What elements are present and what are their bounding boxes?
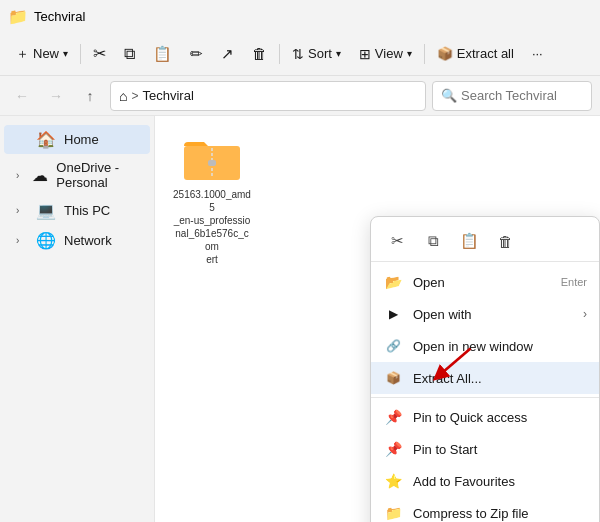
onedrive-icon: ☁ [32,166,48,185]
cm-open-with-label: Open with [413,307,573,322]
folder-label: 25163.1000_amd5_en-us_professional_6b1e5… [173,188,251,266]
cm-open-shortcut: Enter [561,276,587,288]
cm-pin-start-label: Pin to Start [413,442,587,457]
separator-1 [371,397,599,398]
open-with-icon: ▶ [383,304,403,324]
cm-extract-all[interactable]: 📦 Extract All... [371,362,599,394]
cm-open-with-arrow: › [583,307,587,321]
sidebar-item-network[interactable]: › 🌐 Network [4,226,150,255]
cm-open-label: Open [413,275,551,290]
extract-icon: 📦 [437,46,453,61]
search-input[interactable] [461,88,583,103]
main-content: 🏠 Home › ☁ OneDrive - Personal › 💻 This … [0,116,600,522]
path-home-icon: ⌂ [119,88,127,104]
expand-icon-3: › [16,205,28,216]
folder-svg [182,134,242,184]
extract-button[interactable]: 📦 Extract all [429,37,522,71]
context-menu: ✂ ⧉ 📋 🗑 📂 Open Enter ▶ Open with › 🔗 Ope… [370,216,600,522]
view-button[interactable]: ⊞ View ▾ [351,37,420,71]
view-icon: ⊞ [359,46,371,62]
svg-rect-2 [208,160,216,166]
forward-button[interactable]: → [42,82,70,110]
search-box[interactable]: 🔍 [432,81,592,111]
home-icon: 🏠 [36,130,56,149]
cm-paste-button[interactable]: 📋 [455,227,483,255]
share-icon: ↗ [221,45,234,63]
pin-start-icon: 📌 [383,439,403,459]
delete-button[interactable]: 🗑 [244,37,275,71]
sidebar-label-thispc: This PC [64,203,110,218]
path-separator: > [131,89,138,103]
back-button[interactable]: ← [8,82,36,110]
sidebar-item-thispc[interactable]: › 💻 This PC [4,196,150,225]
rename-button[interactable]: ✏ [182,37,211,71]
app-icon: 📁 [8,7,28,26]
toolbar-separator-2 [279,44,280,64]
path-item: Techviral [142,88,193,103]
view-chevron-icon: ▾ [407,48,412,59]
sort-button[interactable]: ⇅ Sort ▾ [284,37,349,71]
cm-pin-quick-label: Pin to Quick access [413,410,587,425]
paste-button[interactable]: 📋 [145,37,180,71]
cm-copy-button[interactable]: ⧉ [419,227,447,255]
cm-toolbar: ✂ ⧉ 📋 🗑 [371,221,599,262]
sidebar-item-onedrive[interactable]: › ☁ OneDrive - Personal [4,155,150,195]
pin-quick-icon: 📌 [383,407,403,427]
window-title: Techviral [34,9,85,24]
cm-pin-start[interactable]: 📌 Pin to Start [371,433,599,465]
toolbar: ＋ New ▾ ✂ ⧉ 📋 ✏ ↗ 🗑 ⇅ Sort ▾ ⊞ View ▾ 📦 … [0,32,600,76]
cm-open-with[interactable]: ▶ Open with › [371,298,599,330]
delete-icon: 🗑 [252,45,267,62]
cm-cut-button[interactable]: ✂ [383,227,411,255]
file-area: 25163.1000_amd5_en-us_professional_6b1e5… [155,116,600,522]
network-icon: 🌐 [36,231,56,250]
expand-icon-4: › [16,235,28,246]
open-new-icon: 🔗 [383,336,403,356]
sort-chevron-icon: ▾ [336,48,341,59]
cm-pin-quick[interactable]: 📌 Pin to Quick access [371,401,599,433]
sidebar: 🏠 Home › ☁ OneDrive - Personal › 💻 This … [0,116,155,522]
cm-open[interactable]: 📂 Open Enter [371,266,599,298]
cm-extract-label: Extract All... [413,371,587,386]
new-icon: ＋ [16,45,29,63]
cut-icon: ✂ [93,44,106,63]
fav-icon: ⭐ [383,471,403,491]
compress-icon: 📁 [383,503,403,522]
paste-icon: 📋 [153,45,172,63]
expand-icon-2: › [16,170,24,181]
cm-open-new-window[interactable]: 🔗 Open in new window [371,330,599,362]
sidebar-label-onedrive: OneDrive - Personal [56,160,138,190]
more-button[interactable]: ··· [524,37,551,71]
cm-add-fav-label: Add to Favourites [413,474,587,489]
new-chevron-icon: ▾ [63,48,68,59]
cm-delete-button[interactable]: 🗑 [491,227,519,255]
copy-icon: ⧉ [124,45,135,63]
sidebar-label-home: Home [64,132,99,147]
cm-open-new-label: Open in new window [413,339,587,354]
new-button[interactable]: ＋ New ▾ [8,37,76,71]
open-icon: 📂 [383,272,403,292]
copy-button[interactable]: ⧉ [116,37,143,71]
title-bar: 📁 Techviral [0,0,600,32]
cm-add-fav[interactable]: ⭐ Add to Favourites [371,465,599,497]
folder-item[interactable]: 25163.1000_amd5_en-us_professional_6b1e5… [167,128,257,272]
cut-button[interactable]: ✂ [85,37,114,71]
more-icon: ··· [532,46,543,61]
toolbar-separator-3 [424,44,425,64]
rename-icon: ✏ [190,45,203,63]
sort-icon: ⇅ [292,46,304,62]
address-path[interactable]: ⌂ > Techviral [110,81,426,111]
cm-compress[interactable]: 📁 Compress to Zip file [371,497,599,522]
up-button[interactable]: ↑ [76,82,104,110]
sidebar-item-home[interactable]: 🏠 Home [4,125,150,154]
address-bar: ← → ↑ ⌂ > Techviral 🔍 [0,76,600,116]
cm-compress-label: Compress to Zip file [413,506,587,521]
thispc-icon: 💻 [36,201,56,220]
search-icon: 🔍 [441,88,457,103]
toolbar-separator [80,44,81,64]
share-button[interactable]: ↗ [213,37,242,71]
sidebar-label-network: Network [64,233,112,248]
extract-icon: 📦 [383,368,403,388]
